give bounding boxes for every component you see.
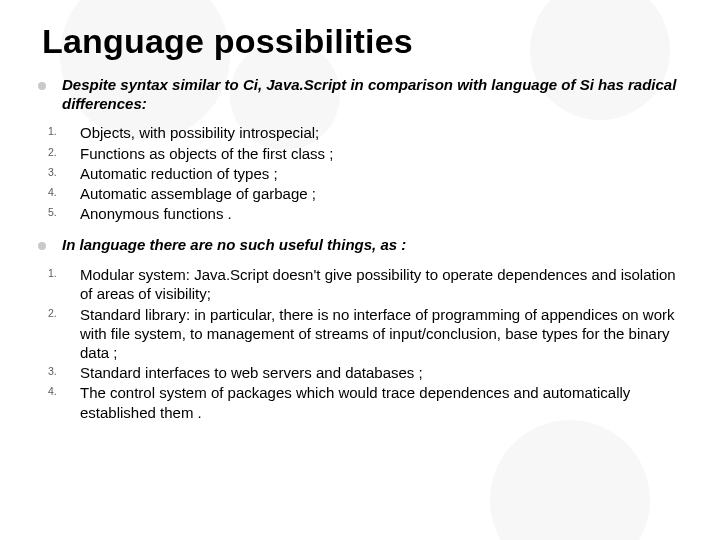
differences-list: Objects, with possibility introspecial; …	[38, 123, 682, 223]
bullet-icon	[38, 235, 62, 255]
intro-text: Despite syntax similar to Ci, Java.Scrip…	[62, 75, 682, 113]
list-item: Automatic reduction of types ;	[66, 164, 682, 183]
list-item: Automatic assemblage of garbage ;	[66, 184, 682, 203]
slide-title: Language possibilities	[42, 22, 682, 61]
list-item: Objects, with possibility introspecial;	[66, 123, 682, 142]
list-item: The control system of packages which wou…	[66, 383, 682, 421]
mid-text: In language there are no such useful thi…	[62, 235, 682, 255]
list-item: Functions as objects of the first class …	[66, 144, 682, 163]
bullet-icon	[38, 75, 62, 113]
mid-block: In language there are no such useful thi…	[38, 235, 682, 255]
list-item: Standard interfaces to web servers and d…	[66, 363, 682, 382]
slide: Language possibilities Despite syntax si…	[0, 0, 720, 540]
intro-block: Despite syntax similar to Ci, Java.Scrip…	[38, 75, 682, 113]
list-item: Standard library: in particular, there i…	[66, 305, 682, 363]
list-item: Modular system: Java.Script doesn't give…	[66, 265, 682, 303]
missing-list: Modular system: Java.Script doesn't give…	[38, 265, 682, 422]
list-item: Anonymous functions .	[66, 204, 682, 223]
